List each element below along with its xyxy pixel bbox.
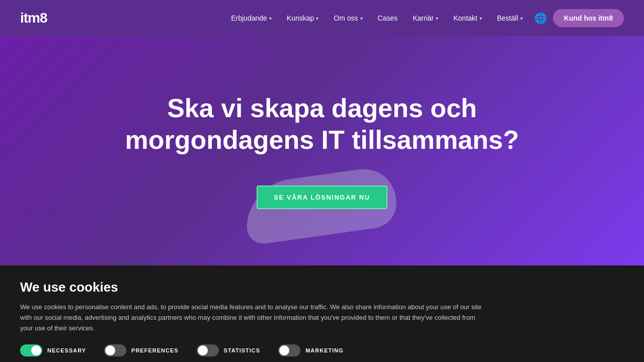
preferences-label: PREFERENCES — [131, 347, 179, 353]
kund-cta-button[interactable]: Kund hos itm8 — [553, 9, 624, 27]
cookie-banner: We use cookies We use cookies to persona… — [0, 265, 644, 362]
nav-om-oss[interactable]: Om oss ▾ — [328, 10, 368, 26]
cookie-controls: NECESSARY PREFERENCES STATISTICS MARKETI… — [20, 344, 624, 356]
nav-kontakt[interactable]: Kontakt ▾ — [447, 10, 488, 26]
chevron-down-icon: ▾ — [436, 16, 438, 21]
toggle-knob — [198, 345, 208, 355]
solutions-button[interactable]: SE VÅRA LÖSNINGAR NU — [257, 186, 387, 209]
necessary-label: NECESSARY — [47, 347, 86, 353]
toggle-knob — [279, 345, 289, 355]
cookie-title: We use cookies — [20, 280, 624, 295]
necessary-control: NECESSARY — [20, 344, 86, 356]
statistics-toggle[interactable] — [197, 344, 219, 356]
chevron-down-icon: ▾ — [520, 16, 523, 21]
statistics-label: STATISTICS — [224, 347, 261, 353]
marketing-control: MARKETING — [278, 344, 344, 356]
toggle-knob — [105, 345, 115, 355]
toggle-knob — [31, 345, 41, 355]
preferences-control: PREFERENCES — [104, 344, 179, 356]
marketing-toggle[interactable] — [278, 344, 300, 356]
header: itm8 Erbjudande ▾ Kunskap ▾ Om oss ▾ Cas… — [0, 0, 644, 36]
chevron-down-icon: ▾ — [316, 16, 318, 21]
nav-erbjudande[interactable]: Erbjudande ▾ — [225, 10, 278, 26]
statistics-control: STATISTICS — [197, 344, 261, 356]
marketing-label: MARKETING — [305, 347, 344, 353]
main-nav: Erbjudande ▾ Kunskap ▾ Om oss ▾ Cases Ka… — [225, 9, 624, 27]
language-button[interactable]: 🌐 — [532, 9, 550, 27]
logo: itm8 — [20, 10, 47, 26]
nav-bestall[interactable]: Beställ ▾ — [491, 10, 529, 26]
chevron-down-icon: ▾ — [360, 16, 363, 21]
nav-kunskap[interactable]: Kunskap ▾ — [281, 10, 325, 26]
hero-title: Ska vi skapa dagens och morgondagens IT … — [96, 93, 548, 155]
cookie-description: We use cookies to personalise content an… — [20, 302, 483, 333]
chevron-down-icon: ▾ — [479, 16, 482, 21]
nav-cases[interactable]: Cases — [372, 10, 404, 26]
hero-section: Ska vi skapa dagens och morgondagens IT … — [0, 36, 644, 265]
necessary-toggle[interactable] — [20, 344, 42, 356]
chevron-down-icon: ▾ — [269, 16, 272, 21]
preferences-toggle[interactable] — [104, 344, 126, 356]
nav-karriar[interactable]: Karriär ▾ — [407, 10, 444, 26]
